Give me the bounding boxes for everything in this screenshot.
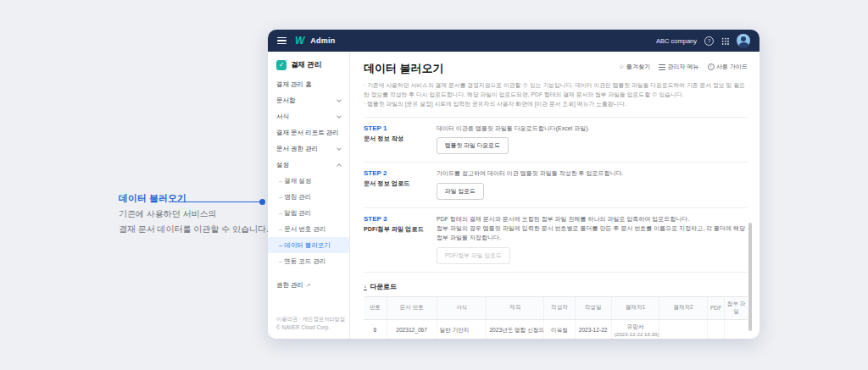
sidebar-item-document-box[interactable]: 문서함 xyxy=(268,92,349,108)
sidebar-item-label: 문서함 xyxy=(276,97,296,105)
table-row[interactable]: 8 202312_067 일반 기안지 2023년도 명함 신청의 건 이옥철 … xyxy=(364,319,748,339)
sidebar-item-label: 문서 권한 관리 xyxy=(276,145,318,153)
steps-section: STEP 1 문서 정보 작성 데이터 이관용 템플릿 파일을 다운로드합니다(… xyxy=(364,117,748,273)
sidebar-item-settings[interactable]: 설정 xyxy=(268,157,349,173)
description-line: · 템플릿 파일의 [공유 설정] 시트에 입력한 공유자의 사용자 화면에 [… xyxy=(364,100,748,109)
cell-form: 일반 기안지 xyxy=(437,319,487,339)
step-2-row: STEP 2 문서 정보 업로드 가이드를 참고하여 데이터 이관 템플릿 파일… xyxy=(364,162,748,207)
page-title: 데이터 불러오기 xyxy=(364,61,444,76)
chevron-down-icon xyxy=(337,97,342,102)
help-icon[interactable]: ? xyxy=(704,36,714,46)
cell-attachment xyxy=(725,319,748,339)
favorite-label: 즐겨찾기 xyxy=(626,63,650,71)
favorite-button[interactable]: ☆ 즐겨찾기 xyxy=(619,63,650,71)
sidebar-item-label: 설정 xyxy=(276,161,289,169)
admin-window: W Admin ABC company ? ✓ 결재 관리 결재 관리 홈 문서… xyxy=(268,30,760,339)
external-link-icon: ↗ xyxy=(306,282,310,289)
annotation-connector-line xyxy=(175,202,263,202)
col-header-approver2: 결재자2 xyxy=(659,296,708,319)
step-2-description: 가이드를 참고하여 데이터 이관 템플릿 파일을 작성한 후 업로드합니다. xyxy=(437,169,748,179)
col-header-date: 작성일 xyxy=(575,296,611,319)
sidebar-item-document-permission[interactable]: 문서 권한 관리 xyxy=(268,141,349,157)
step-3-label: STEP 3 xyxy=(364,215,437,223)
sidebar-subitem-integration-code[interactable]: 연동 코드 관리 xyxy=(268,253,349,269)
cell-pdf xyxy=(707,319,724,339)
col-header-attachment: 첨부 파일 xyxy=(725,296,748,319)
step-1-label: STEP 1 xyxy=(364,124,437,132)
col-header-approver1: 결재자1 xyxy=(611,296,659,319)
sidebar-item-report-management[interactable]: 결재 문서 리포트 관리 xyxy=(268,124,349,141)
cell-approver1: 유민서(2023-12-22 16:20) xyxy=(611,319,659,339)
usage-guide-label: 사용 가이드 xyxy=(716,63,748,71)
sidebar-item-label: 결재 문서 리포트 관리 xyxy=(276,129,339,137)
sidebar-item-permission-management[interactable]: 권한 관리 ↗ xyxy=(268,277,349,293)
admin-menu-button[interactable]: 관리자 메뉴 xyxy=(659,63,698,71)
usage-guide-button[interactable]: i 사용 가이드 xyxy=(708,63,748,71)
download-section-header[interactable]: ↓ 다운로드 xyxy=(364,282,748,291)
cell-no: 8 xyxy=(364,319,387,339)
annotation-connector-dot xyxy=(259,199,265,205)
pdf-attach-upload-button[interactable]: PDF/첨부 파일 업로드 xyxy=(437,247,510,264)
copyright: © NAVER Cloud Corp. xyxy=(276,323,345,333)
cell-author: 이옥철 xyxy=(544,319,575,339)
download-label: 다운로드 xyxy=(370,282,397,291)
col-header-no: 번호 xyxy=(364,296,387,319)
cell-date: 2023-12-22 xyxy=(575,319,611,339)
cell-title: 2023년도 명함 신청의 건 xyxy=(487,319,544,339)
table-header-row: 번호 문서 번호 서식 제목 작성자 작성일 결재자1 결재자2 PDF 첨부 … xyxy=(364,296,748,319)
col-header-title: 제목 xyxy=(487,296,544,319)
footer-links[interactable]: 이용약관 · 개인정보처리방침 xyxy=(276,315,345,324)
user-avatar[interactable] xyxy=(737,34,750,47)
step-2-label: STEP 2 xyxy=(364,169,437,177)
template-download-button[interactable]: 템플릿 파일 다운로드 xyxy=(437,137,509,154)
app-grid-icon[interactable] xyxy=(721,37,729,45)
sidebar-item-approval-home[interactable]: 결재 관리 홈 xyxy=(268,76,349,92)
annotation-text-line1: 기존에 사용하던 서비스의 xyxy=(119,207,288,220)
sidebar-app-header[interactable]: ✓ 결재 관리 xyxy=(268,58,349,76)
chevron-down-icon xyxy=(337,146,342,151)
annotation-text-line2: 결재 문서 데이터를 이관할 수 있습니다. xyxy=(119,223,288,235)
approval-app-icon: ✓ xyxy=(276,60,287,70)
works-logo-icon: W xyxy=(295,36,304,46)
main-content: 데이터 불러오기 ☆ 즐겨찾기 관리자 메뉴 i 사용 가이드 xyxy=(350,52,760,339)
company-name: ABC company xyxy=(656,37,697,45)
admin-logo-text: Admin xyxy=(310,36,335,45)
cell-doc-no: 202312_067 xyxy=(387,319,437,339)
chevron-down-icon xyxy=(337,113,342,119)
col-header-doc-no: 문서 번호 xyxy=(387,296,437,319)
step-1-subtitle: 문서 정보 작성 xyxy=(364,135,437,143)
col-header-pdf: PDF xyxy=(707,296,724,319)
step-3-description: PDF 형태의 결재 문서와 문서에 포함된 첨부 파일 전체를 하나의 파일로… xyxy=(437,215,748,224)
step-3-subtitle: PDF/첨부 파일 업로드 xyxy=(364,225,437,234)
info-icon: i xyxy=(708,64,715,70)
step-1-row: STEP 1 문서 정보 작성 데이터 이관용 템플릿 파일을 다운로드합니다(… xyxy=(364,117,748,163)
col-header-author: 작성자 xyxy=(544,296,575,319)
star-icon: ☆ xyxy=(619,64,625,70)
chevron-up-icon xyxy=(337,163,342,168)
main-scrollbar[interactable] xyxy=(748,223,752,331)
sidebar-item-label: 서식 xyxy=(276,113,289,121)
hamburger-menu-icon[interactable] xyxy=(277,37,287,44)
step-2-subtitle: 문서 정보 업로드 xyxy=(364,179,437,188)
sidebar-item-label: 결재 관리 홈 xyxy=(276,80,312,89)
page-description: · 기존에 사용하던 서비스의 결재 문서를 경영지원으로 이관할 수 있는 기… xyxy=(364,81,748,109)
admin-menu-label: 관리자 메뉴 xyxy=(668,63,699,71)
sidebar-subitem-approval-settings[interactable]: 결재 설정 xyxy=(268,173,349,189)
sidebar-app-title: 결재 관리 xyxy=(291,60,321,70)
admin-menu-icon xyxy=(659,64,665,70)
sidebar-subitem-data-import[interactable]: 데이터 불러오기 xyxy=(268,237,349,253)
top-navbar: W Admin ABC company ? xyxy=(268,30,760,52)
sidebar-item-forms[interactable]: 서식 xyxy=(268,108,349,124)
import-documents-table: 번호 문서 번호 서식 제목 작성자 작성일 결재자1 결재자2 PDF 첨부 … xyxy=(364,296,748,339)
file-upload-button[interactable]: 파일 업로드 xyxy=(437,183,484,200)
sidebar-footer: 이용약관 · 개인정보처리방침 © NAVER Cloud Corp. xyxy=(276,315,345,333)
step-3-row: STEP 3 PDF/첨부 파일 업로드 PDF 형태의 결재 문서와 문서에 … xyxy=(364,207,748,272)
step-1-description: 데이터 이관용 템플릿 파일을 다운로드합니다(Excel 파일). xyxy=(437,124,748,134)
description-line: · 기존에 사용하던 서비스의 결재 문서를 경영지원으로 이관할 수 있는 기… xyxy=(364,81,748,100)
step-3-description-2: 첨부 파일의 경우 템플릿 파일에 입력한 문서 번호별로 폴더를 만든 후 문… xyxy=(437,224,748,243)
col-header-form: 서식 xyxy=(437,296,487,319)
sidebar-item-label: 권한 관리 xyxy=(276,281,303,290)
cell-approver2 xyxy=(659,319,708,339)
download-icon: ↓ xyxy=(364,283,367,290)
